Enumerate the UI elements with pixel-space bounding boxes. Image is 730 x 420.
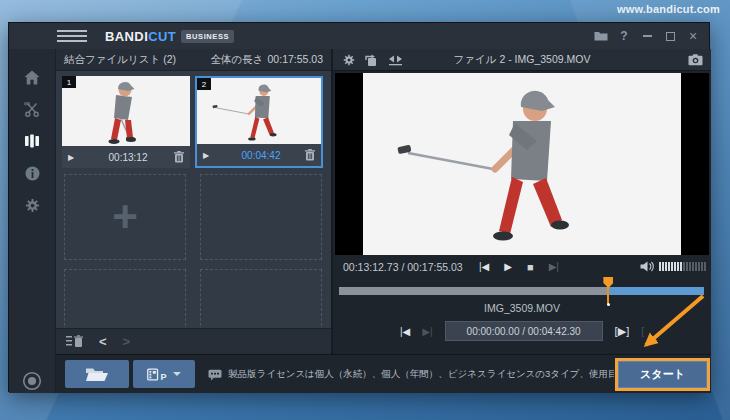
volume-bar	[698, 262, 700, 271]
clip-thumbnail-2[interactable]: 2 ▶ 00:04:42	[195, 76, 323, 168]
sidebar-item-cut[interactable]	[9, 95, 55, 123]
stop-button[interactable]: ■	[527, 262, 534, 273]
volume-bar	[695, 262, 697, 271]
snapshot-button[interactable]	[688, 54, 703, 66]
go-to-end-button[interactable]: ▶|	[422, 326, 432, 337]
volume-bar	[659, 262, 661, 271]
undo-edit-button[interactable]	[365, 54, 378, 67]
timeline-track[interactable]	[339, 287, 704, 295]
volume-bars[interactable]	[659, 262, 706, 271]
clear-list-button[interactable]	[66, 335, 83, 348]
volume-control[interactable]	[640, 261, 706, 272]
sidebar-item-join[interactable]	[9, 127, 55, 155]
empty-slot	[200, 269, 322, 328]
clip-number-badge: 2	[197, 78, 211, 90]
empty-slot-grid: +	[56, 173, 331, 328]
minimize-button[interactable]	[639, 27, 655, 45]
message-bubble-icon	[208, 369, 222, 381]
add-clip-slot[interactable]: +	[64, 174, 186, 260]
gear-icon	[343, 54, 355, 66]
start-button[interactable]: スタート	[618, 361, 707, 388]
volume-bar	[680, 262, 682, 271]
play-icon[interactable]: ▶	[68, 153, 82, 162]
sidebar-item-home[interactable]	[9, 63, 55, 91]
total-length-value: 00:17:55.03	[268, 53, 323, 65]
plus-icon: +	[112, 195, 138, 239]
current-filename: IMG_3509.MOV	[333, 302, 711, 314]
clear-list-icon	[66, 335, 83, 348]
close-button[interactable]: ×	[685, 27, 701, 45]
clip-thumbnail-1[interactable]: 1 ▶ 00:13:12	[62, 76, 190, 168]
clip-control-bar: ▶ 00:04:42	[197, 144, 321, 166]
volume-bar	[674, 262, 676, 271]
join-clips-icon	[24, 133, 40, 149]
menu-hamburger-icon[interactable]	[57, 30, 87, 45]
next-frame-button[interactable]: ▶|	[549, 262, 559, 272]
delete-clip-button[interactable]	[174, 151, 184, 163]
license-message: 製品版ライセンスは個人（永続）、個人（年間）、ビジネスライセンスの3タイプ、使用…	[228, 355, 614, 394]
play-segment-button[interactable]: [▶]	[615, 325, 630, 338]
volume-bar	[692, 262, 694, 271]
info-icon	[25, 166, 40, 181]
video-frame	[363, 73, 681, 255]
maximize-icon	[666, 32, 675, 41]
record-icon	[22, 371, 42, 391]
undo-edit-icon	[365, 54, 378, 67]
volume-bar	[689, 262, 691, 271]
maximize-button[interactable]	[662, 27, 678, 45]
play-button[interactable]: ▶	[504, 262, 512, 272]
record-button[interactable]	[9, 367, 55, 395]
transport-bar: 00:13:12.73 / 00:17:55.03 |◀ ▶ ■ ▶|	[333, 257, 711, 277]
desktop-background: www.bandicut.com BANDICUT BUSINESS ? ×	[0, 0, 730, 420]
segment-transport-bar: |◀ ▶| 00:00:00.00 / 00:04:42.30 [▶] [	[333, 320, 711, 342]
bottom-bar: P 製品版ライセンスは個人（永続）、個人（年間）、ビジネスライセンスの3タイプ、…	[56, 354, 711, 393]
prev-frame-button[interactable]: |◀	[479, 262, 489, 272]
volume-bar	[662, 262, 664, 271]
split-icon	[388, 54, 403, 66]
minimize-icon	[643, 35, 652, 37]
list-panel-title: 結合ファイルリスト (2)	[64, 53, 176, 67]
sidebar-item-info[interactable]	[9, 159, 55, 187]
website-watermark: www.bandicut.com	[617, 3, 720, 15]
open-folder-icon[interactable]	[593, 27, 609, 45]
volume-bar	[668, 262, 670, 271]
volume-bar	[665, 262, 667, 271]
clip-control-bar: ▶ 00:13:12	[62, 146, 190, 168]
trash-icon	[174, 151, 184, 163]
help-button[interactable]: ?	[616, 27, 632, 45]
empty-slot	[64, 269, 186, 328]
page-next-button[interactable]: >	[123, 335, 131, 348]
logo-text-primary: BANDI	[105, 29, 148, 44]
page-prev-button[interactable]: <	[99, 335, 107, 348]
delete-clip-button[interactable]	[305, 149, 315, 161]
titlebar: BANDICUT BUSINESS ? ×	[9, 23, 709, 49]
gear-icon	[25, 198, 40, 213]
list-panel-header: 結合ファイルリスト (2) 全体の長さ00:17:55.03	[56, 49, 331, 71]
open-file-button[interactable]	[65, 360, 129, 388]
clip-preview-image	[197, 78, 321, 146]
volume-bar	[704, 262, 706, 271]
video-preview-area	[335, 73, 709, 255]
join-file-list-panel: 結合ファイルリスト (2) 全体の長さ00:17:55.03 1 ▶ 00:13…	[56, 49, 331, 354]
sidebar-item-settings[interactable]	[9, 191, 55, 219]
volume-bar	[683, 262, 685, 271]
clip-duration: 00:04:42	[217, 150, 305, 161]
clip-number-badge: 1	[62, 76, 76, 88]
home-icon	[24, 70, 40, 85]
clip-thumbnails: 1 ▶ 00:13:12 2	[56, 73, 331, 171]
preview-header: ファイル 2 - IMG_3509.MOV	[333, 49, 711, 71]
go-to-start-button[interactable]: |◀	[400, 326, 410, 337]
play-icon[interactable]: ▶	[203, 151, 217, 160]
segment-bracket: [	[641, 326, 644, 337]
golfer-video-frame	[363, 73, 681, 255]
preview-settings-button[interactable]	[343, 54, 355, 66]
empty-slot	[200, 174, 322, 260]
output-format-button[interactable]: P	[133, 360, 195, 388]
split-button[interactable]	[388, 54, 403, 66]
volume-bar	[677, 262, 679, 271]
total-length: 全体の長さ00:17:55.03	[207, 53, 323, 67]
film-preset-icon	[147, 368, 161, 381]
playback-time-display: 00:13:12.73 / 00:17:55.03	[343, 261, 463, 273]
preview-panel: ファイル 2 - IMG_3509.MOV 00:13:12.73 / 00:1…	[331, 49, 711, 354]
app-logo: BANDICUT	[105, 29, 176, 44]
